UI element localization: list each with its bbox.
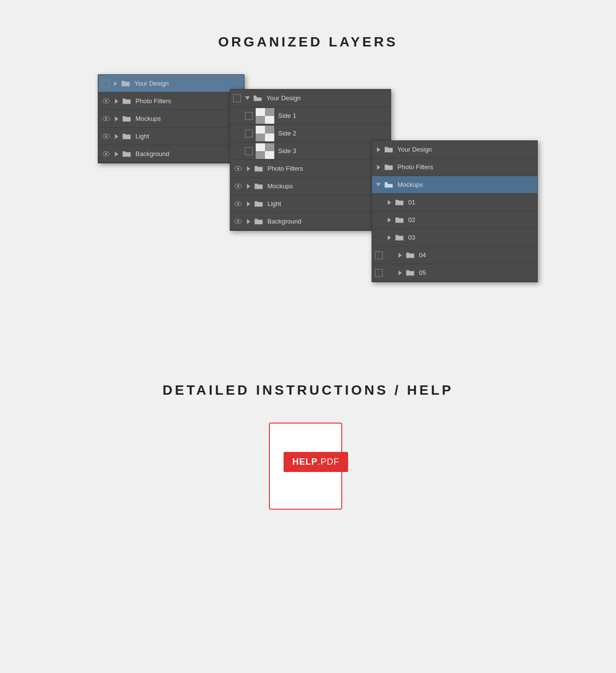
arrow-right-icon <box>112 80 119 87</box>
arrow-right-icon <box>386 217 393 224</box>
folder-icon <box>405 251 415 259</box>
folder-icon <box>405 269 415 277</box>
table-row: 03 <box>372 229 537 247</box>
table-row: 04 <box>372 247 537 264</box>
arrow-right-icon <box>375 146 382 153</box>
arrow-right-icon <box>375 164 382 171</box>
folder-icon <box>121 80 131 88</box>
svg-point-9 <box>237 168 239 170</box>
layer-name: Your Design <box>266 94 301 102</box>
section2-title: DETAILED INSTRUCTIONS / HELP <box>163 382 454 398</box>
row-checkbox[interactable] <box>233 94 241 102</box>
layer-thumbnail <box>256 108 274 124</box>
layers-area: Your Design Photo Filters <box>68 74 548 294</box>
table-row: 01 <box>372 194 537 211</box>
layer-name: Background <box>267 218 301 225</box>
folder-icon <box>254 200 264 208</box>
eye-icon <box>101 96 111 106</box>
svg-point-3 <box>105 118 107 120</box>
row-checkbox[interactable] <box>245 147 253 155</box>
arrow-right-icon <box>113 98 120 105</box>
row-checkbox[interactable] <box>375 251 383 259</box>
layer-name: 05 <box>419 269 426 276</box>
folder-icon <box>384 146 394 154</box>
folder-open-icon <box>384 181 394 189</box>
eye-icon <box>233 199 243 209</box>
folder-open-icon <box>253 94 263 102</box>
layer-panel-3: Your Design Photo Filters Mockups <box>372 140 538 282</box>
layer-name: Photo Filters <box>135 97 171 105</box>
layer-name: Your Design <box>397 146 432 153</box>
table-row: Background <box>230 213 391 230</box>
eye-icon <box>101 132 111 141</box>
eye-icon <box>101 149 111 159</box>
layer-name: Your Design <box>134 80 169 87</box>
table-row: Side 3 <box>230 142 391 160</box>
layer-name: Light <box>135 133 149 140</box>
table-row: Photo Filters <box>230 160 391 178</box>
layer-name: Mockups <box>397 181 423 188</box>
folder-icon <box>122 115 132 123</box>
row-checkbox[interactable] <box>101 80 109 88</box>
arrow-right-icon <box>245 218 252 225</box>
layer-panel-2: Your Design Side 1 Side 2 <box>230 89 391 231</box>
table-row: Side 2 <box>230 125 391 142</box>
folder-icon <box>254 218 264 225</box>
pdf-label: .PDF <box>318 457 340 467</box>
help-badge[interactable]: HELP.PDF <box>284 452 348 472</box>
layer-name: Light <box>267 200 281 207</box>
table-row: Your Design <box>98 75 244 92</box>
arrow-down-icon <box>375 181 382 188</box>
table-row: Side 1 <box>230 107 391 125</box>
layer-panel-1: Your Design Photo Filters <box>98 74 244 163</box>
folder-icon <box>122 97 132 105</box>
table-row: Your Design <box>372 141 537 158</box>
table-row: Light <box>98 128 244 145</box>
section1-title: ORGANIZED LAYERS <box>218 34 397 50</box>
arrow-right-icon <box>113 151 120 157</box>
help-label: HELP <box>292 457 318 467</box>
table-row: 05 <box>372 264 537 282</box>
folder-icon <box>254 182 264 190</box>
arrow-right-icon <box>113 115 120 122</box>
layer-name: Mockups <box>135 115 161 122</box>
folder-icon <box>384 163 394 171</box>
svg-point-1 <box>105 100 107 102</box>
arrow-down-icon <box>244 95 251 102</box>
layer-name: Mockups <box>267 182 293 190</box>
arrow-right-icon <box>245 165 252 172</box>
layer-name: 02 <box>408 216 415 224</box>
row-checkbox[interactable] <box>245 112 253 120</box>
folder-icon <box>395 234 404 242</box>
eye-icon <box>233 217 243 226</box>
help-file-container: HELP.PDF <box>269 423 347 511</box>
eye-icon <box>101 114 111 124</box>
layer-name: Photo Filters <box>397 163 433 171</box>
table-row: Mockups <box>98 110 244 128</box>
table-row: Photo Filters <box>98 92 244 110</box>
arrow-right-icon <box>396 252 403 259</box>
table-row: Background <box>98 145 244 163</box>
layer-name: Side 3 <box>278 147 296 155</box>
folder-icon <box>395 216 404 224</box>
layer-name: Side 2 <box>278 130 296 137</box>
svg-point-13 <box>237 203 239 205</box>
folder-icon <box>122 150 132 158</box>
svg-point-11 <box>237 185 239 187</box>
eye-icon <box>233 181 243 191</box>
arrow-right-icon <box>386 234 393 241</box>
row-checkbox[interactable] <box>245 130 253 137</box>
layer-thumbnail <box>256 143 274 159</box>
arrow-right-icon <box>245 201 252 207</box>
arrow-right-icon <box>113 133 120 140</box>
table-row: Mockups <box>230 178 391 195</box>
row-checkbox[interactable] <box>375 269 383 277</box>
layer-name: 03 <box>408 234 415 241</box>
eye-icon <box>233 164 243 174</box>
section2: DETAILED INSTRUCTIONS / HELP HELP.PDF <box>163 348 454 511</box>
arrow-right-icon <box>396 269 403 276</box>
arrow-right-icon <box>245 183 252 190</box>
table-row: Mockups <box>372 176 537 194</box>
arrow-right-icon <box>386 199 393 206</box>
svg-point-7 <box>105 153 107 155</box>
